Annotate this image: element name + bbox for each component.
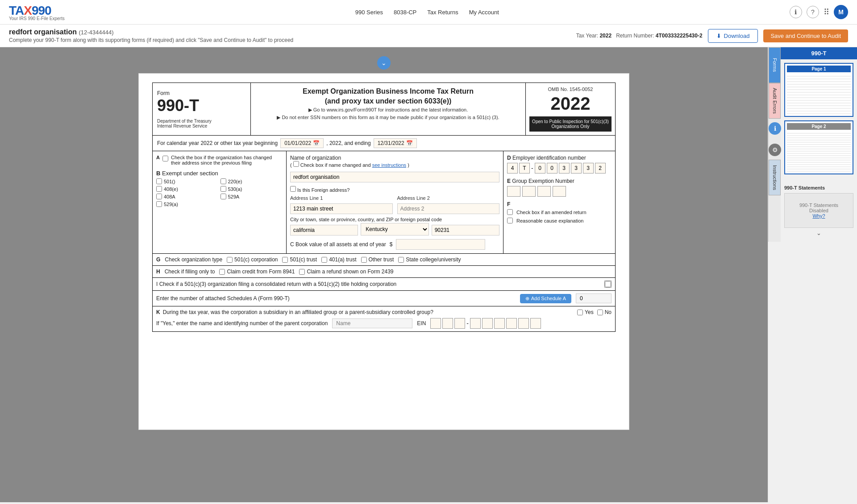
ein-box-8[interactable]	[595, 163, 606, 174]
subheader: redfort organisation (12-4344444) Comple…	[0, 25, 857, 47]
page1-thumb[interactable]: Page 1	[784, 63, 853, 117]
statements-section: 990-T Statements 990-T Statements Disabl…	[781, 182, 857, 242]
ein-box-3[interactable]	[535, 163, 545, 174]
subheader-instruction: Complete your 990-T form along with its …	[9, 37, 293, 43]
address-changed-checkbox[interactable]	[162, 156, 168, 161]
grid-icon[interactable]: ⠿	[824, 7, 829, 17]
book-value-row: C Book value of all assets at end of yea…	[290, 239, 499, 250]
section-h: H Check if filling only to Claim credit …	[152, 266, 616, 278]
section-i-checkbox[interactable]	[605, 281, 611, 287]
name-changed-checkbox[interactable]	[293, 161, 299, 167]
group-box-4[interactable]	[553, 186, 566, 197]
exempt-529a-lower-checkbox[interactable]	[220, 194, 226, 199]
parent-ein-box-9[interactable]	[530, 318, 541, 329]
exempt-501-checkbox[interactable]	[156, 178, 162, 184]
org-501c-corp-checkbox[interactable]	[227, 257, 233, 263]
org-401a-trust-checkbox[interactable]	[321, 257, 327, 263]
section-f-reasonable-row: Reasonable cause explanation	[507, 218, 612, 223]
yes-option: Yes	[577, 309, 594, 315]
info-icon[interactable]: ℹ	[790, 6, 802, 18]
ein-box-2[interactable]	[519, 163, 530, 174]
exempt-220e-checkbox[interactable]	[220, 178, 226, 184]
vtab-forms[interactable]: Forms	[769, 47, 781, 83]
section-b: B Exempt under section 501()	[156, 170, 283, 207]
gear-icon[interactable]: ⚙	[769, 144, 781, 156]
vtab-audit[interactable]: Audit Errors	[769, 83, 781, 119]
ein-box-6[interactable]	[571, 163, 582, 174]
logo-subtitle: Your IRS 990 E-File Experts	[9, 16, 65, 21]
org-501c-trust-checkbox[interactable]	[282, 257, 288, 263]
form-header-left: Form 990-T Department of the Treasury In…	[153, 83, 251, 135]
ein-box-7[interactable]	[583, 163, 594, 174]
chevron-down-button[interactable]: ⌄	[377, 56, 391, 70]
book-value-input[interactable]	[396, 239, 485, 250]
see-instructions-link[interactable]: see instructions	[372, 162, 406, 168]
parent-ein-box-4[interactable]	[470, 318, 481, 329]
yes-checkbox[interactable]	[577, 310, 583, 315]
nav-tax-returns[interactable]: Tax Returns	[427, 9, 458, 16]
h-form-8941-checkbox[interactable]	[219, 269, 225, 275]
foreign-address-checkbox[interactable]	[290, 186, 296, 192]
nav-my-account[interactable]: My Account	[469, 9, 499, 16]
exempt-530a-checkbox[interactable]	[220, 186, 226, 192]
h-form-2439-checkbox[interactable]	[299, 269, 305, 275]
public-inspect: Open to Public Inspection for 501(c)(3) …	[529, 116, 612, 132]
parent-ein-box-8[interactable]	[518, 318, 529, 329]
why-link[interactable]: Why?	[789, 213, 849, 219]
tax-year-info: Tax Year: 2022 Return Number: 4T00333222…	[576, 33, 703, 39]
exempt-408e-checkbox[interactable]	[156, 186, 162, 192]
parent-ein-box-5[interactable]	[482, 318, 493, 329]
h-form-2439: Claim a refund shown on Form 2439	[299, 269, 393, 275]
parent-ein-box-2[interactable]	[442, 318, 453, 329]
parent-corp-name-input[interactable]	[332, 318, 412, 328]
date-start[interactable]: 01/01/2022 📅	[280, 138, 324, 148]
city-input[interactable]	[290, 225, 358, 235]
page2-thumb[interactable]: Page 2	[784, 120, 853, 174]
group-box-2[interactable]	[522, 186, 536, 197]
parent-ein-row: -	[430, 318, 541, 329]
schedules-count-input[interactable]	[576, 293, 612, 303]
page1-preview	[787, 74, 851, 114]
parent-ein-box-3[interactable]	[454, 318, 465, 329]
ein-box-5[interactable]	[559, 163, 570, 174]
tax-year-row: For calendar year 2022 or other tax year…	[152, 136, 616, 151]
avatar[interactable]: M	[834, 5, 848, 19]
add-schedule-button[interactable]: ⊕ Add Schedule A	[520, 294, 571, 303]
right-sidebar: Forms Audit Errors ℹ ⚙ Instructions 990-…	[768, 47, 857, 502]
amended-return-checkbox[interactable]	[507, 209, 513, 215]
dropdown-arrow[interactable]: ⌄	[784, 228, 853, 238]
sidebar-form-label: 990-T	[781, 47, 857, 59]
group-box-3[interactable]	[537, 186, 551, 197]
address-line2-input[interactable]	[397, 203, 500, 214]
section-d: D Employer identification number -	[507, 155, 612, 174]
ein-box-4[interactable]	[547, 163, 557, 174]
info-sidebar-icon[interactable]: ℹ	[769, 122, 781, 135]
ein-box-1[interactable]	[507, 163, 518, 174]
yes-no-row: Yes No	[577, 309, 612, 315]
reasonable-cause-checkbox[interactable]	[507, 218, 513, 223]
vtab-instructions[interactable]: Instructions	[769, 160, 781, 195]
state-select[interactable]: Kentucky California Texas	[361, 223, 428, 235]
exempt-408a-checkbox[interactable]	[156, 194, 162, 199]
parent-ein-box-1[interactable]	[430, 318, 441, 329]
exempt-options: 501() 220(e) 408(e)	[156, 178, 283, 207]
section-f-amended-row: Check box if an amended return	[507, 209, 612, 215]
date-end[interactable]: 12/31/2022 📅	[374, 138, 417, 148]
exempt-529-checkbox[interactable]	[156, 201, 162, 207]
help-icon[interactable]: ?	[807, 6, 819, 18]
address-line2-field: Address Line 2	[397, 195, 500, 214]
org-state-college-checkbox[interactable]	[398, 257, 404, 263]
nav-990-series[interactable]: 990 Series	[355, 9, 383, 16]
save-continue-button[interactable]: Save and Continue to Audit	[763, 29, 848, 42]
exempt-408a: 408A	[156, 194, 219, 199]
org-other-trust-checkbox[interactable]	[361, 257, 367, 263]
address-line1-input[interactable]	[290, 203, 393, 214]
parent-ein-box-6[interactable]	[494, 318, 505, 329]
zip-input[interactable]	[432, 225, 499, 235]
parent-ein-box-7[interactable]	[506, 318, 517, 329]
group-box-1[interactable]	[507, 186, 520, 197]
org-name-input[interactable]	[290, 172, 499, 182]
no-checkbox[interactable]	[597, 310, 603, 315]
nav-8038cp[interactable]: 8038-CP	[394, 9, 416, 16]
download-button[interactable]: ⬇ Download	[708, 29, 758, 43]
